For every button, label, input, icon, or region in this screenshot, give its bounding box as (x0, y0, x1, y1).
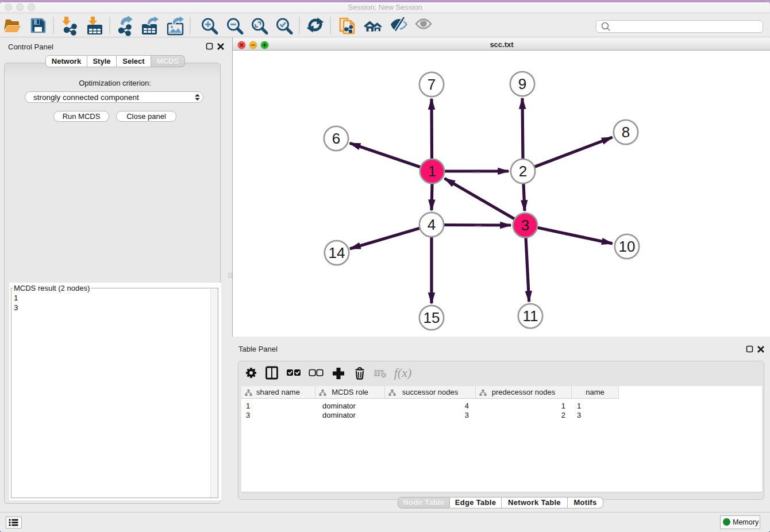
svg-text:7: 7 (427, 76, 435, 93)
svg-text:15: 15 (423, 309, 440, 326)
svg-text:3: 3 (521, 217, 529, 234)
svg-text:6: 6 (332, 130, 340, 147)
svg-text:14: 14 (328, 244, 345, 261)
svg-text:10: 10 (618, 238, 635, 255)
svg-text:11: 11 (522, 307, 538, 325)
svg-text:f(x): f(x) (394, 365, 412, 380)
svg-text:1: 1 (428, 163, 436, 180)
svg-text:2: 2 (518, 163, 526, 180)
svg-text:8: 8 (621, 124, 629, 141)
svg-text:9: 9 (518, 75, 526, 92)
svg-text:4: 4 (427, 216, 435, 233)
